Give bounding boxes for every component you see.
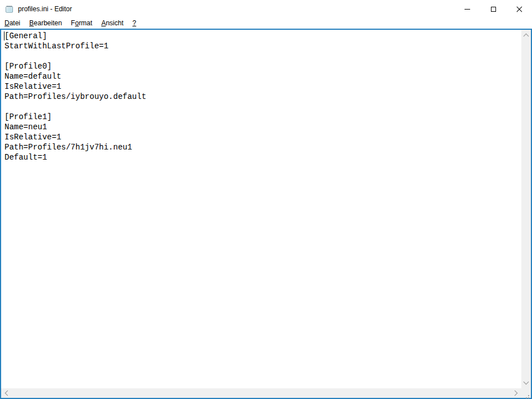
scroll-down-button[interactable] <box>521 379 531 388</box>
text-line: [Profile1] <box>4 112 521 122</box>
close-button[interactable] <box>506 0 532 18</box>
menu-item-hilfe[interactable]: ? <box>128 18 141 29</box>
scrollbar-corner <box>521 388 531 398</box>
resize-grip-icon[interactable] <box>528 395 529 396</box>
scroll-right-button[interactable] <box>512 388 521 398</box>
chevron-down-icon <box>524 379 529 385</box>
text-editor[interactable]: [General]StartWithLastProfile=1 [Profile… <box>1 30 521 388</box>
text-line <box>4 102 521 112</box>
vertical-scrollbar[interactable] <box>521 30 531 388</box>
maximize-icon <box>491 7 496 12</box>
text-line: IsRelative=1 <box>4 132 521 142</box>
text-line <box>4 51 521 61</box>
chevron-up-icon <box>524 34 529 39</box>
chevron-right-icon <box>512 391 518 396</box>
title-bar[interactable]: profiles.ini - Editor <box>0 0 532 18</box>
text-line: [General] <box>4 31 521 41</box>
chevron-left-icon <box>5 391 11 396</box>
text-line: Name=neu1 <box>4 122 521 132</box>
text-caret <box>4 31 4 40</box>
minimize-button[interactable] <box>454 0 480 18</box>
text-line: IsRelative=1 <box>4 81 521 92</box>
menu-item-ansicht[interactable]: Ansicht <box>97 18 128 29</box>
notepad-icon <box>5 4 14 13</box>
menu-bar: DateiBearbeitenFormatAnsicht? <box>0 18 532 29</box>
edit-region: [General]StartWithLastProfile=1 [Profile… <box>0 29 532 399</box>
menu-item-bearbeiten[interactable]: Bearbeiten <box>25 18 66 29</box>
horizontal-scrollbar[interactable] <box>1 388 521 398</box>
text-line: [Profile0] <box>4 61 521 71</box>
text-line: Path=Profiles/7h1jv7hi.neu1 <box>4 142 521 152</box>
text-line: Name=default <box>4 71 521 81</box>
text-line: StartWithLastProfile=1 <box>4 41 521 51</box>
window-title: profiles.ini - Editor <box>18 5 72 13</box>
scroll-left-button[interactable] <box>1 388 11 398</box>
menu-item-datei[interactable]: Datei <box>0 18 25 29</box>
text-content: [General]StartWithLastProfile=1 [Profile… <box>1 30 521 162</box>
text-line: Path=Profiles/iybrouyo.default <box>4 92 521 102</box>
minimize-icon <box>465 9 470 10</box>
maximize-button[interactable] <box>480 0 506 18</box>
scroll-up-button[interactable] <box>521 30 531 39</box>
text-line: Default=1 <box>4 152 521 162</box>
menu-item-format[interactable]: Format <box>66 18 97 29</box>
close-icon <box>516 6 522 12</box>
